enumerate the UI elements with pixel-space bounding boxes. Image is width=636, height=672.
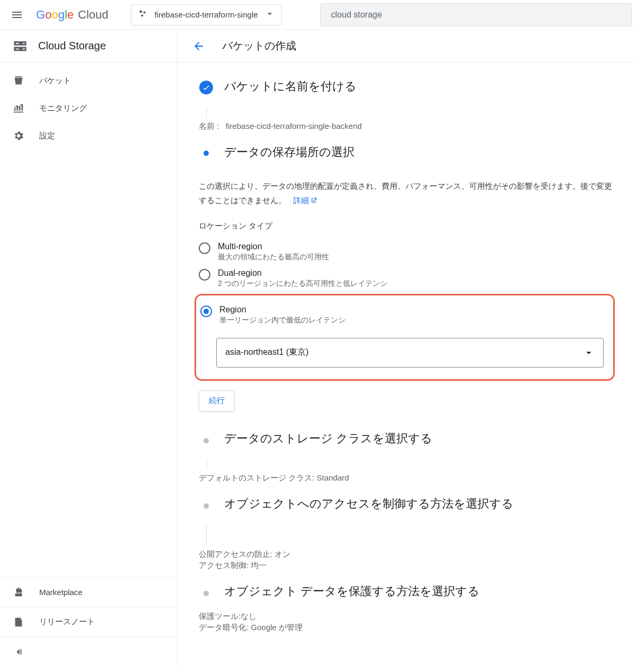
search-input[interactable]: cloud storage: [320, 3, 632, 27]
step-4-summary-2: アクセス制御: 均一: [199, 561, 615, 571]
step-1-summary: 名前 : firebase-cicd-terraform-single-back…: [199, 121, 615, 132]
menu-icon: [11, 8, 23, 21]
google-cloud-logo[interactable]: Google Cloud: [36, 8, 109, 22]
sidebar-item-label: リリースノート: [39, 617, 95, 627]
project-picker[interactable]: firebase-cicd-terraform-single: [131, 4, 282, 25]
logo-suffix: Cloud: [78, 8, 108, 22]
step-5-summary-1: 保護ツール:なし: [199, 612, 615, 622]
step-name: バケットに名前を付ける: [199, 78, 615, 98]
sidebar-title: Cloud Storage: [38, 40, 106, 52]
step-pending-icon: [204, 438, 209, 443]
svg-point-7: [23, 42, 24, 44]
monitoring-icon: [13, 102, 24, 114]
external-link-icon: [310, 194, 317, 208]
step-active-icon: [204, 151, 209, 156]
radio-region[interactable]: Region 単一リージョン内で最低のレイテンシ: [200, 302, 604, 328]
svg-rect-5: [16, 43, 19, 44]
step-4-summary-1: 公開アクセスの防止: オン: [199, 549, 615, 560]
step-location: データの保存場所の選択: [199, 144, 615, 164]
step-protection: オブジェクト データを保護する方法を選択する: [199, 583, 615, 603]
collapse-icon: [13, 646, 24, 658]
step-4-title[interactable]: オブジェクトへのアクセスを制御する方法を選択する: [224, 496, 615, 512]
sidebar-item-marketplace[interactable]: Marketplace: [0, 577, 177, 607]
main-area: バケットの作成 バケットに名前を付ける 名前 : fire: [178, 30, 636, 666]
project-picker-name: firebase-cicd-terraform-single: [155, 10, 258, 19]
step-2-title[interactable]: データの保存場所の選択: [224, 144, 615, 161]
bucket-icon: [13, 75, 24, 86]
dropdown-icon: [583, 347, 595, 359]
radio-icon: [199, 242, 210, 254]
region-select-value: asia-northeast1 (東京): [225, 347, 308, 358]
page-title: バケットの作成: [222, 39, 296, 53]
svg-point-2: [141, 14, 143, 16]
radio-icon: [199, 269, 210, 281]
main-header: バケットの作成: [178, 30, 636, 63]
marketplace-icon: [13, 587, 24, 598]
step-pending-icon: [204, 591, 209, 596]
step-5-summary-2: データ暗号化: Google が管理: [199, 623, 615, 633]
hamburger-menu-button[interactable]: [4, 2, 30, 28]
sidebar-collapse-button[interactable]: [0, 636, 177, 666]
back-button[interactable]: [188, 36, 209, 57]
step-pending-icon: [204, 503, 209, 509]
step-2-description: この選択により、データの地理的配置が定義され、費用、パフォーマンス、可用性がその…: [199, 179, 615, 208]
svg-rect-6: [16, 48, 19, 49]
region-highlight-box: Region 単一リージョン内で最低のレイテンシ asia-northeast1…: [195, 294, 615, 381]
step-3-title[interactable]: データのストレージ クラスを選択する: [224, 431, 615, 447]
sidebar-item-monitoring[interactable]: モニタリング: [0, 94, 177, 122]
sidebar-item-settings[interactable]: 設定: [0, 122, 177, 150]
project-picker-icon: [138, 8, 148, 21]
gear-icon: [13, 130, 24, 142]
radio-multi-region[interactable]: Multi-region 最大の領域にわたる最高の可用性: [199, 239, 615, 265]
sidebar-item-label: バケット: [39, 76, 71, 86]
sidebar-item-release-notes[interactable]: リリースノート: [0, 607, 177, 636]
radio-icon-selected: [200, 306, 212, 317]
top-bar: Google Cloud firebase-cicd-terraform-sin…: [0, 0, 636, 30]
details-link[interactable]: 詳細: [293, 196, 317, 205]
search-text: cloud storage: [331, 10, 382, 20]
sidebar-item-label: モニタリング: [39, 103, 87, 114]
step-3-summary: デフォルトのストレージ クラス: Standard: [199, 473, 615, 483]
svg-point-0: [139, 10, 142, 13]
sidebar-item-label: 設定: [39, 131, 55, 141]
sidebar-item-label: Marketplace: [39, 588, 83, 597]
sidebar: Cloud Storage バケット モニタリング 設定 Marketplace: [0, 30, 178, 666]
step-access-control: オブジェクトへのアクセスを制御する方法を選択する: [199, 496, 615, 516]
continue-button[interactable]: 続行: [199, 390, 235, 412]
step-complete-icon: [199, 81, 213, 94]
dropdown-icon: [264, 8, 275, 21]
region-select[interactable]: asia-northeast1 (東京): [216, 338, 604, 368]
location-type-radio-group: Multi-region 最大の領域にわたる最高の可用性 Dual-region…: [199, 239, 615, 381]
radio-dual-region[interactable]: Dual-region 2 つのリージョンにわたる高可用性と低レイテンシ: [199, 265, 615, 292]
cloud-storage-icon: [13, 39, 28, 54]
step-1-title[interactable]: バケットに名前を付ける: [224, 78, 615, 95]
svg-point-1: [143, 11, 145, 13]
sidebar-header[interactable]: Cloud Storage: [0, 30, 177, 63]
back-arrow-icon: [192, 40, 205, 53]
release-notes-icon: [13, 616, 24, 628]
step-storage-class: データのストレージ クラスを選択する: [199, 431, 615, 450]
svg-point-8: [23, 48, 24, 49]
location-type-label: ロケーション タイプ: [199, 221, 615, 231]
sidebar-item-buckets[interactable]: バケット: [0, 67, 177, 94]
step-5-title[interactable]: オブジェクト データを保護する方法を選択する: [224, 583, 615, 600]
